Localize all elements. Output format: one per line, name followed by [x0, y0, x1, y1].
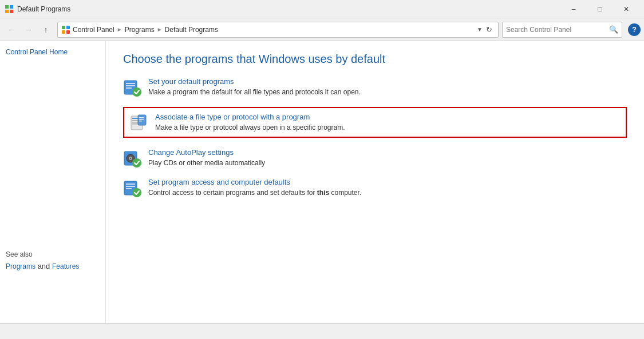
set-default-icon [123, 78, 141, 97]
svg-rect-1 [10, 5, 13, 9]
minimize-button[interactable]: – [560, 0, 587, 18]
main-container: Control Panel Home See also Programs and… [0, 41, 644, 323]
svg-point-25 [130, 158, 131, 159]
sidebar: Control Panel Home See also Programs and… [0, 41, 106, 323]
autoplay-info: Change AutoPlay settings Play CDs or oth… [148, 148, 627, 167]
breadcrumb-programs[interactable]: Programs [125, 26, 155, 34]
breadcrumb: Control Panel ► Programs ► Default Progr… [61, 25, 476, 34]
svg-rect-19 [139, 117, 144, 118]
associate-info: Associate a file type or protocol with a… [155, 113, 620, 131]
content-area: Choose the programs that Windows uses by… [106, 41, 644, 323]
program-item-set-default: Set your default programs Make a program… [123, 77, 627, 97]
see-also-title: See also [6, 250, 100, 258]
maximize-button[interactable]: □ [587, 0, 613, 18]
up-button[interactable]: ↑ [38, 22, 54, 38]
close-button[interactable]: ✕ [613, 0, 639, 18]
svg-rect-10 [126, 85, 135, 86]
status-bar [0, 323, 644, 339]
window-controls: – □ ✕ [560, 0, 639, 18]
back-button[interactable]: ← [3, 22, 19, 38]
svg-rect-2 [5, 10, 9, 13]
svg-point-12 [132, 87, 141, 97]
breadcrumb-control-panel[interactable]: Control Panel [73, 26, 114, 34]
svg-rect-6 [62, 30, 65, 34]
nav-bar: ← → ↑ Control Panel ► Programs ► Default… [0, 18, 644, 41]
set-default-desc: Make a program the default for all file … [148, 88, 361, 96]
svg-rect-9 [126, 83, 135, 84]
programs-link[interactable]: Programs [6, 262, 35, 270]
set-default-link[interactable]: Set your default programs [148, 77, 627, 86]
svg-point-26 [132, 158, 141, 167]
svg-rect-4 [62, 26, 65, 29]
svg-rect-11 [126, 87, 132, 89]
search-box: 🔍 [502, 22, 622, 38]
refresh-button[interactable]: ↻ [484, 25, 495, 34]
associate-link[interactable]: Associate a file type or protocol with a… [155, 113, 620, 121]
svg-rect-17 [132, 123, 138, 125]
app-icon [5, 5, 14, 14]
autoplay-icon [123, 149, 141, 167]
autoplay-link[interactable]: Change AutoPlay settings [148, 148, 627, 157]
associate-icon [130, 114, 148, 132]
program-item-autoplay: Change AutoPlay settings Play CDs or oth… [123, 148, 627, 167]
access-info: Set program access and computer defaults… [148, 178, 627, 197]
program-item-associate: Associate a file type or protocol with a… [123, 107, 627, 138]
search-icon: 🔍 [609, 25, 618, 34]
svg-rect-3 [10, 10, 13, 13]
svg-rect-30 [126, 188, 132, 189]
page-heading: Choose the programs that Windows uses by… [123, 53, 627, 66]
access-desc: Control access to certain programs and s… [148, 189, 361, 197]
associate-desc: Make a file type or protocol always open… [155, 123, 345, 131]
access-link[interactable]: Set program access and computer defaults [148, 178, 627, 186]
address-dropdown-button[interactable]: ▼ [476, 26, 484, 33]
features-link[interactable]: Features [52, 262, 79, 270]
forward-button[interactable]: → [21, 22, 37, 38]
control-panel-icon [61, 25, 70, 34]
search-input[interactable] [506, 26, 609, 34]
svg-point-31 [132, 188, 141, 197]
program-item-access: Set program access and computer defaults… [123, 178, 627, 197]
svg-rect-5 [66, 26, 70, 29]
window-title: Default Programs [17, 5, 560, 13]
address-bar: Control Panel ► Programs ► Default Progr… [57, 22, 499, 38]
control-panel-home-link[interactable]: Control Panel Home [6, 48, 100, 56]
svg-rect-28 [126, 184, 135, 185]
autoplay-desc: Play CDs or other media automatically [148, 159, 265, 167]
svg-rect-0 [5, 5, 9, 9]
svg-rect-20 [139, 119, 144, 120]
svg-rect-21 [139, 121, 142, 122]
set-default-info: Set your default programs Make a program… [148, 77, 627, 96]
svg-rect-29 [126, 186, 135, 187]
help-button[interactable]: ? [628, 23, 641, 36]
access-icon [123, 179, 141, 197]
see-also-and: and [38, 262, 52, 270]
title-bar: Default Programs – □ ✕ [0, 0, 644, 18]
breadcrumb-default-programs[interactable]: Default Programs [165, 26, 218, 34]
svg-rect-7 [66, 30, 70, 34]
svg-rect-18 [138, 115, 146, 125]
